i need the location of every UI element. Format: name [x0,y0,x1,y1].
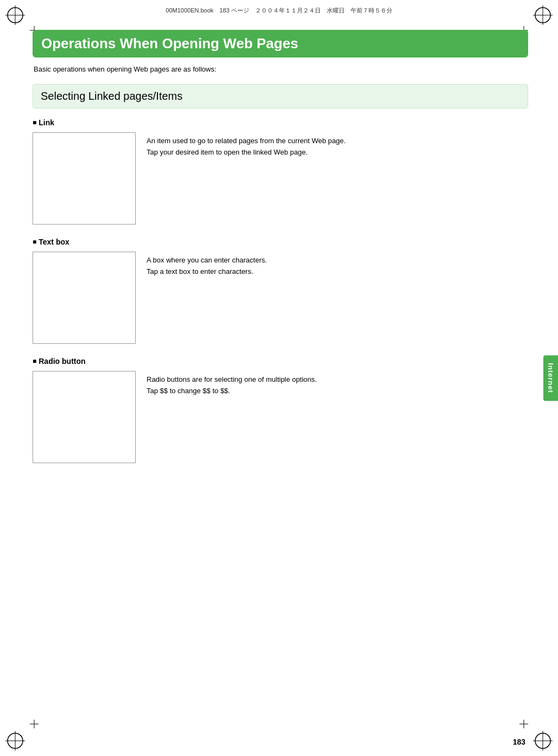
link-section: Link An item used to go to related pages… [33,118,528,225]
radio-button-title-text: Radio button [39,357,85,366]
text-box-image-box [33,252,136,344]
link-image-box [33,132,136,225]
text-box-description: A box where you can enter characters. Ta… [147,252,528,278]
file-info-text: 00M1000EN.book 183 ページ ２００４年１１月２４日 水曜日 午… [166,7,392,14]
side-tab: Internet [543,355,558,401]
page-title: Operations When Opening Web Pages [41,35,519,52]
section-title: Selecting Linked pages/Items [41,90,520,102]
text-box-desc-line1: A box where you can enter characters. [147,255,528,266]
radio-button-description: Radio buttons are for selecting one of m… [147,371,528,397]
content-area: Operations When Opening Web Pages Basic … [33,30,528,729]
corner-mark-bl [4,730,26,752]
radio-button-title: Radio button [33,357,528,366]
corner-mark-br [532,730,554,752]
text-box-title-text: Text box [39,238,69,246]
text-box-desc-line2: Tap a text box to enter characters. [147,266,528,278]
link-content: An item used to go to related pages from… [33,132,528,225]
page-container: 00M1000EN.book 183 ページ ２００４年１１月２４日 水曜日 午… [0,0,558,756]
title-banner: Operations When Opening Web Pages [33,30,528,57]
corner-mark-tr [532,4,554,26]
corner-mark-tl [4,4,26,26]
radio-button-content: Radio buttons are for selecting one of m… [33,371,528,463]
file-info-bar: 00M1000EN.book 183 ページ ２００４年１１月２４日 水曜日 午… [166,7,392,15]
link-title: Link [33,118,528,127]
link-description: An item used to go to related pages from… [147,132,528,158]
text-box-section: Text box A box where you can enter chara… [33,238,528,344]
radio-button-desc-line1: Radio buttons are for selecting one of m… [147,374,528,386]
link-title-text: Link [39,118,54,127]
radio-button-image-box [33,371,136,463]
text-box-title: Text box [33,238,528,246]
subtitle-text: Basic operations when opening Web pages … [34,65,528,73]
radio-button-desc-line2: Tap $$ to change $$ to $$. [147,386,528,397]
radio-button-section: Radio button Radio buttons are for selec… [33,357,528,463]
text-box-content: A box where you can enter characters. Ta… [33,252,528,344]
side-tab-label: Internet [547,363,555,393]
section-header: Selecting Linked pages/Items [33,84,528,108]
link-desc-line1: An item used to go to related pages from… [147,136,528,147]
link-desc-line2: Tap your desired item to open the linked… [147,147,528,158]
page-number: 183 [513,738,525,746]
